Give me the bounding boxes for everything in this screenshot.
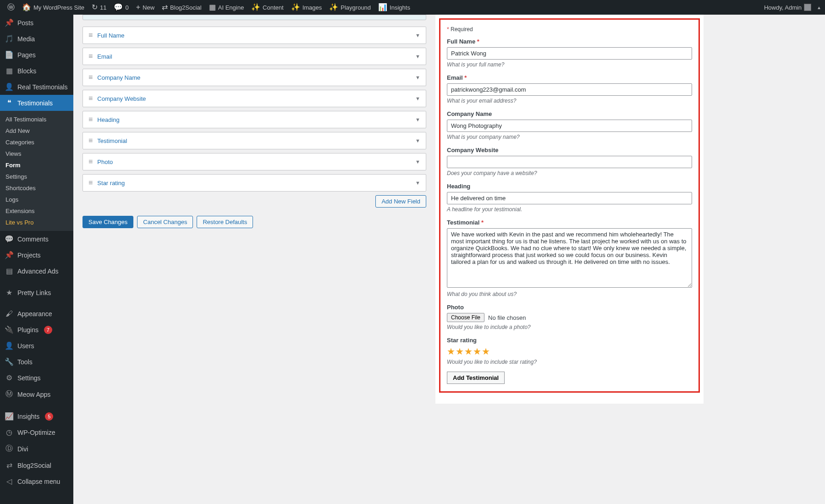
save-changes-button[interactable]: Save Changes xyxy=(82,216,133,228)
field-label: Company Name xyxy=(97,74,415,81)
sidebar-item-real-testimonials[interactable]: 👤Real Testimonials xyxy=(0,79,73,95)
company-name-input[interactable] xyxy=(447,120,692,132)
wp-logo[interactable]: ⓦ xyxy=(4,0,18,15)
meow-icon: Ⓜ xyxy=(5,389,14,399)
chevron-down-icon[interactable]: ▼ xyxy=(415,75,420,80)
field-row-email[interactable]: ≡ Email ▼ xyxy=(82,48,426,65)
updates-link[interactable]: ↻11 xyxy=(88,0,110,15)
drag-handle-icon[interactable]: ≡ xyxy=(88,73,93,82)
testimonial-icon: 👤 xyxy=(5,82,14,91)
sidebar-item-insights[interactable]: 📈Insights5 xyxy=(0,408,73,424)
sidebar-item-comments[interactable]: 💬Comments xyxy=(0,231,73,247)
field-row-company-website[interactable]: ≡ Company Website ▼ xyxy=(82,90,426,107)
new-content-link[interactable]: +New xyxy=(132,0,158,15)
drag-handle-icon[interactable]: ≡ xyxy=(88,179,93,187)
collapse-menu[interactable]: ◁Collapse menu xyxy=(0,473,73,489)
sidebar-item-meow-apps[interactable]: ⓂMeow Apps xyxy=(0,386,73,403)
plug-icon: 🔌 xyxy=(5,325,14,334)
sidebar-item-posts[interactable]: 📌Posts xyxy=(0,15,73,31)
sliders-icon: ⚙ xyxy=(5,373,14,382)
star-rating-label: Star rating xyxy=(447,337,692,344)
drag-handle-icon[interactable]: ≡ xyxy=(88,52,93,60)
drag-handle-icon[interactable]: ≡ xyxy=(88,137,93,145)
field-label: Heading xyxy=(97,116,415,123)
plus-icon: + xyxy=(136,4,140,11)
sidebar-item-users[interactable]: 👤Users xyxy=(0,338,73,354)
field-row-full-name[interactable]: ≡ Full Name ▼ xyxy=(82,27,426,44)
insights-top-link[interactable]: 📊Insights xyxy=(374,0,414,15)
sidebar-item-appearance[interactable]: 🖌Appearance xyxy=(0,306,73,322)
submenu-shortcodes[interactable]: Shortcodes xyxy=(0,182,73,194)
cancel-changes-button[interactable]: Cancel Changes xyxy=(137,216,193,228)
heading-input[interactable] xyxy=(447,192,692,204)
full-name-input[interactable] xyxy=(447,47,692,60)
divi-icon: Ⓓ xyxy=(5,444,14,454)
sidebar-item-tools[interactable]: 🔧Tools xyxy=(0,354,73,370)
chevron-down-icon[interactable]: ▼ xyxy=(415,138,420,143)
restore-defaults-button[interactable]: Restore Defaults xyxy=(197,216,253,228)
email-input[interactable] xyxy=(447,83,692,96)
submenu-lite-vs-pro[interactable]: Lite vs Pro xyxy=(0,217,73,228)
submenu-logs[interactable]: Logs xyxy=(0,194,73,205)
sidebar-item-pages[interactable]: 📄Pages xyxy=(0,47,73,63)
sidebar-item-pretty-links[interactable]: ★Pretty Links xyxy=(0,285,73,301)
chevron-down-icon[interactable]: ▼ xyxy=(415,180,420,186)
comments-link[interactable]: 💬0 xyxy=(110,0,132,15)
field-row-testimonial[interactable]: ≡ Testimonial ▼ xyxy=(82,132,426,149)
content-link[interactable]: ✨Content xyxy=(248,0,287,15)
ads-icon: ▤ xyxy=(5,267,14,275)
submenu-add-new[interactable]: Add New xyxy=(0,125,73,137)
sidebar-item-testimonials[interactable]: ❝Testimonials xyxy=(0,95,73,111)
field-row-heading[interactable]: ≡ Heading ▼ xyxy=(82,111,426,128)
site-name-link[interactable]: 🏠My WordPress Site xyxy=(18,0,88,15)
sidebar-item-settings[interactable]: ⚙Settings xyxy=(0,370,73,386)
drag-handle-icon[interactable]: ≡ xyxy=(88,158,93,166)
admin-bar: ⓦ 🏠My WordPress Site ↻11 💬0 +New ⇄Blog2S… xyxy=(0,0,825,15)
sidebar-item-divi[interactable]: ⒹDivi xyxy=(0,440,73,457)
caret-up-icon[interactable]: ▲ xyxy=(817,5,821,10)
sidebar-item-media[interactable]: 🎵Media xyxy=(0,31,73,47)
field-row-star-rating[interactable]: ≡ Star rating ▼ xyxy=(82,174,426,192)
my-account-link[interactable]: Howdy, Admin xyxy=(760,0,815,15)
chevron-down-icon[interactable]: ▼ xyxy=(415,33,420,38)
submenu-extensions[interactable]: Extensions xyxy=(0,205,73,217)
field-row-company-name[interactable]: ≡ Company Name ▼ xyxy=(82,69,426,86)
blog2social-top-link[interactable]: ⇄Blog2Social xyxy=(158,0,205,15)
company-website-input[interactable] xyxy=(447,156,692,168)
images-link[interactable]: ✨Images xyxy=(287,0,326,15)
chevron-down-icon[interactable]: ▼ xyxy=(415,117,420,122)
add-new-field-button[interactable]: Add New Field xyxy=(375,195,426,208)
submenu-views[interactable]: Views xyxy=(0,148,73,159)
share-icon: ⇄ xyxy=(5,461,14,470)
choose-file-button[interactable]: Choose File xyxy=(447,313,484,322)
company-name-hint: What is your company name? xyxy=(447,134,692,140)
submenu-settings[interactable]: Settings xyxy=(0,171,73,182)
chevron-down-icon[interactable]: ▼ xyxy=(415,96,420,101)
sidebar-item-blocks[interactable]: ▦Blocks xyxy=(0,63,73,79)
field-row-photo[interactable]: ≡ Photo ▼ xyxy=(82,153,426,170)
chevron-down-icon[interactable]: ▼ xyxy=(415,54,420,59)
drag-handle-icon[interactable]: ≡ xyxy=(88,31,93,39)
star-rating-input[interactable]: ★★★★★ xyxy=(447,346,692,357)
add-testimonial-button[interactable]: Add Testimonial xyxy=(447,372,505,384)
submenu-form[interactable]: Form xyxy=(0,159,73,171)
sidebar-item-advanced-ads[interactable]: ▤Advanced Ads xyxy=(0,263,73,279)
drag-handle-icon[interactable]: ≡ xyxy=(88,115,93,124)
sidebar-item-blog2social[interactable]: ⇄Blog2Social xyxy=(0,457,73,473)
field-label: Photo xyxy=(97,159,415,165)
testimonial-hint: What do you think about us? xyxy=(447,291,692,297)
sidebar-item-wp-optimize[interactable]: ◷WP-Optimize xyxy=(0,424,73,440)
ai-icon: ▦ xyxy=(209,4,216,11)
submenu-categories[interactable]: Categories xyxy=(0,137,73,148)
share-icon: ⇄ xyxy=(162,4,168,11)
sidebar-item-plugins[interactable]: 🔌Plugins7 xyxy=(0,322,73,338)
drag-handle-icon[interactable]: ≡ xyxy=(88,94,93,103)
ai-engine-link[interactable]: ▦AI Engine xyxy=(205,0,248,15)
optimize-icon: ◷ xyxy=(5,428,14,437)
submenu-all-testimonials[interactable]: All Testimonials xyxy=(0,114,73,125)
sidebar-item-projects[interactable]: 📌Projects xyxy=(0,247,73,263)
playground-link[interactable]: ✨Playground xyxy=(325,0,374,15)
testimonial-textarea[interactable] xyxy=(447,228,692,288)
chevron-down-icon[interactable]: ▼ xyxy=(415,159,420,164)
photo-label: Photo xyxy=(447,304,692,311)
